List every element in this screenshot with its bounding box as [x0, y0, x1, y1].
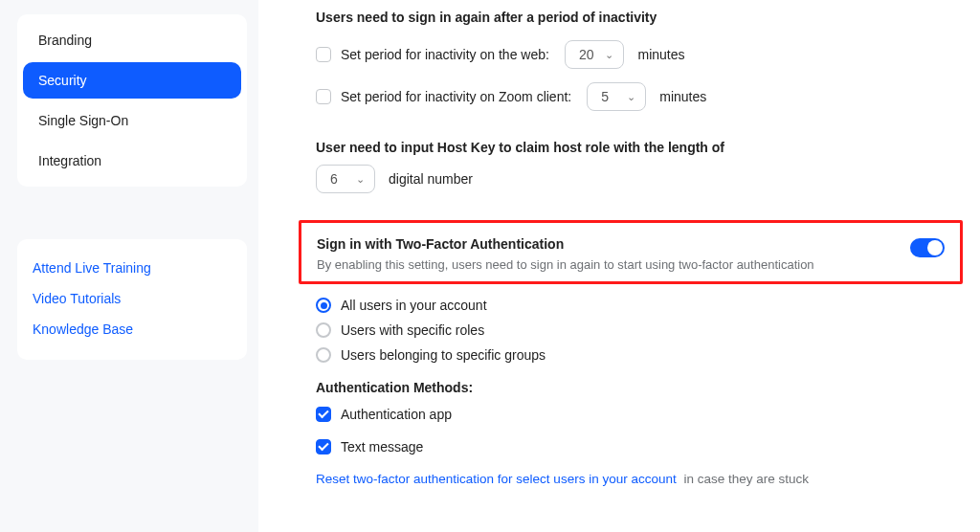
- hostkey-value: 6: [330, 171, 338, 187]
- inactivity-client-unit: minutes: [659, 89, 706, 104]
- sidebar-help-box: Attend Live Training Video Tutorials Kno…: [17, 239, 247, 360]
- inactivity-client-label: Set period for inactivity on Zoom client…: [341, 89, 571, 104]
- sidebar: Branding Security Single Sign-On Integra…: [0, 0, 258, 532]
- sidebar-item-single-sign-on[interactable]: Single Sign-On: [23, 102, 241, 139]
- tfa-method-app-checkbox[interactable]: [316, 407, 331, 422]
- inactivity-web-select[interactable]: 20 ⌄: [565, 40, 625, 69]
- tfa-scope-roles-radio[interactable]: [316, 322, 331, 338]
- tfa-reset-link[interactable]: Reset two-factor authentication for sele…: [316, 472, 677, 486]
- inactivity-client-select[interactable]: 5 ⌄: [587, 82, 646, 111]
- hostkey-select[interactable]: 6 ⌄: [316, 165, 375, 193]
- tfa-scope-groups-label: Users belonging to specific groups: [341, 347, 546, 363]
- tfa-scope-roles-row: Users with specific roles: [316, 322, 957, 338]
- hostkey-row: 6 ⌄ digital number: [316, 165, 957, 193]
- tfa-scope-all-radio[interactable]: [316, 298, 331, 313]
- tfa-methods-heading: Authentication Methods:: [316, 380, 957, 395]
- tfa-highlight-box: Sign in with Two-Factor Authentication B…: [299, 220, 963, 284]
- tfa-title: Sign in with Two-Factor Authentication: [317, 236, 814, 252]
- tfa-description: By enabling this setting, users need to …: [317, 257, 814, 272]
- tfa-method-sms-row: Text message: [316, 439, 957, 454]
- chevron-down-icon: ⌄: [627, 91, 635, 103]
- tfa-method-app-label: Authentication app: [341, 407, 452, 422]
- tfa-method-sms-checkbox[interactable]: [316, 439, 331, 454]
- tfa-text-block: Sign in with Two-Factor Authentication B…: [317, 236, 814, 272]
- tfa-scope-all-row: All users in your account: [316, 298, 957, 313]
- tfa-scope-roles-label: Users with specific roles: [341, 322, 484, 338]
- sidebar-nav: Branding Security Single Sign-On Integra…: [17, 14, 247, 187]
- tfa-scope-groups-radio[interactable]: [316, 347, 331, 363]
- help-link-training[interactable]: Attend Live Training: [33, 253, 232, 283]
- inactivity-web-value: 20: [579, 47, 594, 62]
- tfa-methods-list: Authentication app Text message: [316, 407, 957, 454]
- hostkey-heading: User need to input Host Key to claim hos…: [316, 140, 957, 155]
- sidebar-item-integration[interactable]: Integration: [23, 143, 241, 179]
- tfa-scope-all-label: All users in your account: [341, 298, 487, 313]
- hostkey-unit: digital number: [389, 171, 473, 187]
- tfa-toggle[interactable]: [910, 238, 945, 257]
- tfa-scope-list: All users in your account Users with spe…: [316, 298, 957, 363]
- tfa-reset-suffix: in case they are stuck: [683, 472, 809, 486]
- help-link-tutorials[interactable]: Video Tutorials: [33, 283, 232, 314]
- inactivity-web-checkbox[interactable]: [316, 47, 331, 62]
- help-link-knowledge[interactable]: Knowledge Base: [33, 314, 232, 344]
- inactivity-web-label: Set period for inactivity on the web:: [341, 47, 549, 62]
- inactivity-client-value: 5: [601, 89, 609, 104]
- tfa-reset-row: Reset two-factor authentication for sele…: [316, 472, 957, 486]
- inactivity-heading: Users need to sign in again after a peri…: [316, 10, 957, 25]
- main-content: Users need to sign in again after a peri…: [258, 0, 980, 532]
- chevron-down-icon: ⌄: [356, 173, 365, 186]
- tfa-scope-groups-row: Users belonging to specific groups: [316, 347, 957, 363]
- tfa-method-sms-label: Text message: [341, 439, 423, 454]
- sidebar-item-branding[interactable]: Branding: [23, 22, 241, 58]
- inactivity-client-checkbox[interactable]: [316, 89, 331, 104]
- inactivity-client-row: Set period for inactivity on Zoom client…: [316, 82, 957, 111]
- inactivity-web-unit: minutes: [637, 47, 684, 62]
- chevron-down-icon: ⌄: [605, 49, 613, 61]
- sidebar-item-security[interactable]: Security: [23, 62, 241, 99]
- inactivity-web-row: Set period for inactivity on the web: 20…: [316, 40, 957, 69]
- tfa-method-app-row: Authentication app: [316, 407, 957, 422]
